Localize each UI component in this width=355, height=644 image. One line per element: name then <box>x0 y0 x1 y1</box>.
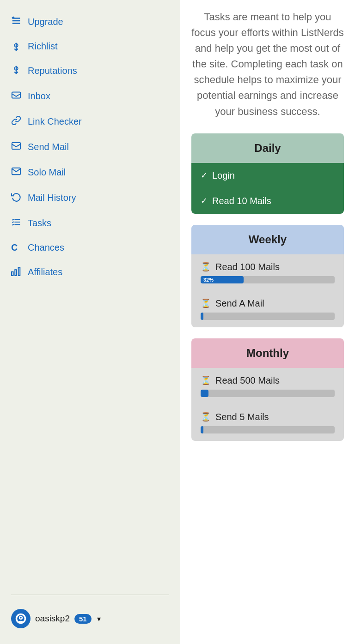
weekly-section: Weekly ⏳ Read 100 Mails 32% ⏳ Send A Mai… <box>191 225 344 327</box>
read-100-progress-fill: 32% <box>201 276 244 283</box>
svg-point-13 <box>19 616 22 619</box>
sidebar-item-link-checker-label: Link Checker <box>28 116 82 127</box>
avatar <box>11 609 31 628</box>
solo-mail-icon <box>11 166 23 179</box>
inbox-icon <box>11 90 23 102</box>
task-item-send-5-mails[interactable]: ⏳ Send 5 Mails <box>191 404 344 441</box>
sidebar-item-chances-label: Chances <box>28 242 64 253</box>
affiliates-icon <box>11 266 23 278</box>
daily-section: Daily ✓ Login ✓ Read 10 Mails <box>191 133 344 214</box>
sidebar-item-reputations[interactable]: Reputations <box>0 58 180 84</box>
hourglass-icon-1: ⏳ <box>201 262 211 272</box>
task-item-send-5-mails-label: ⏳ Send 5 Mails <box>201 412 335 422</box>
tasks-icon <box>11 217 23 229</box>
task-item-read-500-mails[interactable]: ⏳ Read 500 Mails <box>191 368 344 404</box>
sidebar-item-tasks[interactable]: Tasks <box>0 211 180 236</box>
read-500-progress-bar <box>201 390 335 397</box>
task-item-login[interactable]: ✓ Login <box>191 163 344 188</box>
link-checker-icon <box>11 115 23 128</box>
hourglass-icon-4: ⏳ <box>201 412 211 422</box>
sidebar-item-richlist-label: Richlist <box>28 41 57 52</box>
reputations-icon <box>11 65 23 77</box>
task-item-read-10-label: ✓ Read 10 Mails <box>201 196 335 206</box>
sidebar-item-inbox[interactable]: Inbox <box>0 84 180 109</box>
check-icon-2: ✓ <box>201 196 208 206</box>
send-a-mail-progress-bar <box>201 313 335 320</box>
intro-text: Tasks are meant to help you focus your e… <box>191 9 344 120</box>
sidebar-item-mail-history-label: Mail History <box>28 193 76 203</box>
weekly-header: Weekly <box>191 225 344 254</box>
sidebar-nav: Upgrade Richlist Reputations <box>0 9 180 587</box>
mail-history-icon <box>11 192 23 204</box>
dropdown-chevron-icon[interactable]: ▾ <box>97 614 101 623</box>
sidebar-item-tasks-label: Tasks <box>28 218 51 229</box>
daily-header: Daily <box>191 133 344 163</box>
sidebar-item-reputations-label: Reputations <box>28 66 77 76</box>
sidebar-item-affiliates-label: Affiliates <box>28 267 62 277</box>
send-5-mails-progress-bar <box>201 426 335 433</box>
sidebar-item-send-mail[interactable]: Send Mail <box>0 134 180 160</box>
sidebar-item-affiliates[interactable]: Affiliates <box>0 259 180 285</box>
monthly-section: Monthly ⏳ Read 500 Mails ⏳ Send 5 Mails <box>191 338 344 441</box>
sidebar: Upgrade Richlist Reputations <box>0 0 180 644</box>
task-item-read-100-label: ⏳ Read 100 Mails <box>201 262 335 272</box>
sidebar-divider <box>11 595 169 595</box>
svg-rect-5 <box>12 143 20 150</box>
send-mail-icon <box>11 141 23 153</box>
upgrade-icon <box>11 16 23 28</box>
richlist-icon <box>11 42 23 52</box>
sidebar-item-mail-history[interactable]: Mail History <box>0 185 180 211</box>
sidebar-item-inbox-label: Inbox <box>28 91 50 102</box>
read-500-progress-fill <box>201 390 208 397</box>
monthly-header: Monthly <box>191 338 344 368</box>
sidebar-item-solo-mail[interactable]: Solo Mail <box>0 160 180 185</box>
hourglass-icon-3: ⏳ <box>201 375 211 385</box>
task-item-read-500-label: ⏳ Read 500 Mails <box>201 375 335 386</box>
task-item-read-100-mails[interactable]: ⏳ Read 100 Mails 32% <box>191 254 344 291</box>
sidebar-item-chances[interactable]: C Chances <box>0 236 180 259</box>
send-5-mails-progress-fill <box>201 426 203 433</box>
sidebar-item-send-mail-label: Send Mail <box>28 142 69 152</box>
sidebar-item-richlist[interactable]: Richlist <box>0 35 180 58</box>
check-icon: ✓ <box>201 170 208 181</box>
sidebar-item-upgrade-label: Upgrade <box>28 17 63 27</box>
svg-rect-11 <box>18 268 20 276</box>
hourglass-icon-2: ⏳ <box>201 298 211 308</box>
task-item-login-label: ✓ Login <box>201 170 335 181</box>
username: oasiskp2 <box>35 614 70 624</box>
sidebar-item-upgrade[interactable]: Upgrade <box>0 9 180 35</box>
task-item-send-a-mail-label: ⏳ Send A Mail <box>201 298 335 309</box>
sidebar-item-solo-mail-label: Solo Mail <box>28 167 66 178</box>
read-100-progress-bar: 32% <box>201 276 335 283</box>
chances-icon: C <box>11 242 23 253</box>
main-content: Tasks are meant to help you focus your e… <box>180 0 355 644</box>
task-item-send-a-mail[interactable]: ⏳ Send A Mail <box>191 291 344 327</box>
task-item-read-10-mails[interactable]: ✓ Read 10 Mails <box>191 188 344 214</box>
sidebar-item-link-checker[interactable]: Link Checker <box>0 109 180 134</box>
svg-rect-10 <box>15 270 17 276</box>
send-a-mail-progress-fill <box>201 313 203 320</box>
user-section[interactable]: oasiskp2 51 ▾ <box>0 602 180 635</box>
svg-rect-9 <box>12 272 13 276</box>
user-badge: 51 <box>74 614 92 624</box>
